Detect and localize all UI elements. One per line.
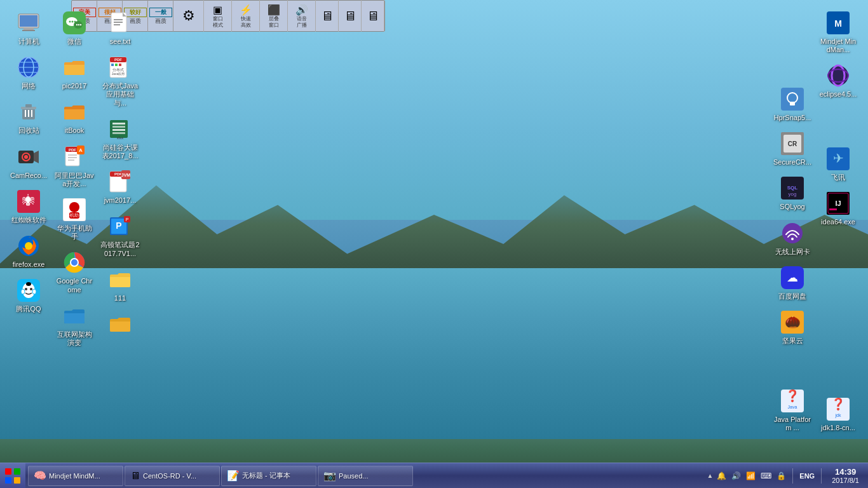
quality-btn-normal[interactable]: 一般 画质 xyxy=(148,0,173,32)
tray-lang[interactable]: ENG xyxy=(798,471,816,481)
icon-dist-java[interactable]: PDF 分布式 Java应用 分布式Java应用基础与... xyxy=(98,51,142,111)
icon-recycle-label: 回收站 xyxy=(18,126,39,135)
svg-rect-102 xyxy=(112,129,125,131)
settings-btn[interactable]: ⚙ xyxy=(173,0,204,32)
svg-text:P: P xyxy=(126,217,129,222)
fast-efficient-btn[interactable]: ⚡ 快速 高效 xyxy=(232,0,260,32)
icon-itbook[interactable]: itBook xyxy=(52,95,97,139)
taskbar-item-notepad[interactable]: 📝 无标题 - 记事本 xyxy=(221,466,316,486)
icon-internet-arch[interactable]: 互联网架构演变 xyxy=(52,299,97,351)
icon-feixun[interactable]: ✈ 飞讯 xyxy=(816,142,860,186)
svg-rect-77 xyxy=(68,159,74,161)
start-button[interactable] xyxy=(0,463,25,489)
right-bottom-col1: ❓ Java Java Platform ... xyxy=(770,384,816,437)
taskbar-notepad-icon: 📝 xyxy=(227,470,240,482)
svg-text:CR: CR xyxy=(788,140,797,147)
icon-chrome-label: Google Chrome xyxy=(55,277,94,294)
tray-expand[interactable]: ▲ xyxy=(707,472,713,479)
svg-text:IJ: IJ xyxy=(835,200,841,207)
icon-excel-table[interactable]: xlsx 尚硅谷大课表2017_8... xyxy=(98,112,142,164)
svg-point-60 xyxy=(26,282,31,286)
icon-jvm-label: jvm2017... xyxy=(104,196,137,205)
icon-firefox[interactable]: firefox.exe xyxy=(6,229,51,273)
monitor-btn-2[interactable]: 🖥 xyxy=(339,0,362,32)
icon-qq[interactable]: 腾讯QQ xyxy=(6,274,51,317)
icon-jdk[interactable]: ❓ jdk jdk1.8-cn... xyxy=(816,393,860,436)
taskbar-item-paused[interactable]: 📷 Paused... xyxy=(318,466,413,486)
icon-baidu[interactable]: ☁ 百度网盘 xyxy=(770,261,815,304)
svg-point-58 xyxy=(25,288,27,290)
monitor-btn-1[interactable]: 🖥 xyxy=(316,0,339,32)
voice-broadcast-btn[interactable]: 🔊 语音 广播 xyxy=(288,0,316,32)
icon-wechat[interactable]: 微信 xyxy=(52,6,97,50)
taskbar-mindjet-icon: 🧠 xyxy=(34,470,46,482)
icon-camrec-label: CamReco... xyxy=(10,172,47,180)
icon-securecr[interactable]: CR SecureCR... xyxy=(770,127,815,170)
icon-excel-table-label: 尚硅谷大课表2017_8... xyxy=(100,144,140,160)
icon-jvm[interactable]: PDF JVM jvm2017... xyxy=(98,165,142,208)
svg-text:PDF: PDF xyxy=(69,148,76,152)
taskbar-mindjet-label: Mindjet MindM... xyxy=(49,472,100,480)
icon-huawei-label: 华为手机助手 xyxy=(55,224,94,241)
svg-rect-118 xyxy=(14,477,20,484)
svg-marker-49 xyxy=(34,151,39,163)
icon-dist-java-label: 分布式Java应用基础与... xyxy=(100,82,140,107)
icon-alibaba[interactable]: PDF A 阿里巴巴Java开发... xyxy=(52,140,97,192)
svg-point-65 xyxy=(69,21,71,23)
icon-jianguoyun[interactable]: 🌰 坚果云 xyxy=(770,306,815,349)
icon-red-spider[interactable]: 🕷 红蜘蛛软件 xyxy=(6,185,51,228)
icon-sqlyog[interactable]: SQL yog SQLyog xyxy=(770,172,815,215)
tray-wifi-icon[interactable]: 📶 xyxy=(745,470,757,482)
tray-keyboard-icon[interactable]: ⌨ xyxy=(759,470,773,482)
icon-network[interactable]: 网络 xyxy=(6,51,51,94)
system-clock[interactable]: 14:39 2017/8/1 xyxy=(827,467,864,484)
icon-gaodun[interactable]: P P 高顿笔试题2017.7V1... xyxy=(98,210,142,261)
icon-recycle[interactable]: 回收站 xyxy=(6,95,51,139)
svg-rect-90 xyxy=(114,24,120,25)
svg-text:☁: ☁ xyxy=(787,271,798,284)
icon-seetxt[interactable]: see.txt xyxy=(98,6,142,50)
svg-rect-13 xyxy=(790,102,795,105)
icon-chrome[interactable]: Google Chrome xyxy=(52,246,97,297)
icon-computer-label: 计算机 xyxy=(18,37,39,46)
taskbar-item-centos[interactable]: 🖥 CentOS-RD - V... xyxy=(125,466,220,486)
tray-network-icon[interactable]: 🔔 xyxy=(715,470,728,482)
svg-text:xlsx: xlsx xyxy=(117,136,123,140)
svg-point-62 xyxy=(32,289,36,294)
icon-camrec[interactable]: CamReco... xyxy=(6,140,51,184)
svg-text:PDF: PDF xyxy=(114,58,122,62)
icon-eclipse-label: eclipse4.5... xyxy=(820,90,857,98)
taskbar-item-mindjet[interactable]: 🧠 Mindjet MindM... xyxy=(28,466,123,486)
icon-pic2017[interactable]: pic2017 xyxy=(52,51,97,94)
svg-text:✈: ✈ xyxy=(833,151,844,165)
icon-folder-last[interactable] xyxy=(98,308,142,342)
svg-rect-116 xyxy=(14,468,20,475)
svg-rect-100 xyxy=(112,123,125,125)
icon-mindjet[interactable]: M Mindjet MindMan... xyxy=(816,6,860,58)
icon-huawei[interactable]: 手机助手 华为手机助手 xyxy=(52,193,97,245)
icon-hprsnap-label: HprSnap5... xyxy=(774,114,811,122)
right-col-2: M Mindjet MindMan... eclipse4.5... ✈ xyxy=(816,6,862,231)
cascade-window-btn[interactable]: ⬛ 层叠 窗口 xyxy=(260,0,288,32)
svg-text:P: P xyxy=(116,220,121,231)
svg-rect-88 xyxy=(114,19,123,20)
icon-pic2017-label: pic2017 xyxy=(62,82,87,90)
taskbar-paused-label: Paused... xyxy=(339,472,368,480)
svg-text:🌰: 🌰 xyxy=(785,314,801,329)
icon-computer[interactable]: 计算机 xyxy=(6,6,51,50)
icon-network-label: 网络 xyxy=(22,82,36,90)
taskbar-centos-label: CentOS-RD - V... xyxy=(143,472,196,480)
left-col-3: see.txt PDF 分布式 Java应用 分布式Java应用基础与... xyxy=(98,6,144,344)
icon-eclipse[interactable]: eclipse4.5... xyxy=(816,59,860,102)
icon-idea[interactable]: IJ idea64.exe xyxy=(816,187,860,230)
svg-point-61 xyxy=(21,289,25,294)
tray-sound-icon[interactable]: 🔊 xyxy=(730,470,742,482)
icon-folder-111[interactable]: 111 xyxy=(98,263,142,306)
monitor-btn-3[interactable]: 🖥 xyxy=(362,0,384,32)
icon-java-platform[interactable]: ❓ Java Java Platform ... xyxy=(770,384,815,436)
icon-wifi[interactable]: 无线上网卡 xyxy=(770,217,815,260)
icon-hprsnap[interactable]: HprSnap5... xyxy=(770,83,815,126)
tray-security-icon[interactable]: 🔒 xyxy=(775,470,787,482)
window-mode-btn[interactable]: ▣ 窗口 模式 xyxy=(204,0,232,32)
svg-point-86 xyxy=(71,259,78,266)
